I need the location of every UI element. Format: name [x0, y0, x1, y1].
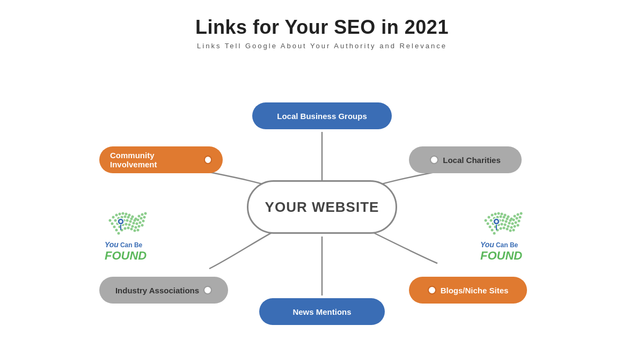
svg-point-96 — [500, 227, 502, 230]
svg-point-16 — [124, 216, 127, 218]
svg-point-62 — [517, 213, 519, 216]
svg-point-37 — [128, 224, 131, 226]
svg-point-91 — [510, 226, 513, 229]
community-involvement-label: Community Involvement — [110, 151, 200, 169]
svg-point-75 — [489, 226, 492, 228]
local-charities-label: Local Charities — [443, 156, 501, 165]
community-involvement-circle — [204, 156, 212, 164]
svg-point-23 — [113, 226, 116, 228]
subtitle: Links Tell Google About Your Authority a… — [195, 42, 449, 50]
logo-left-you: You — [105, 240, 119, 249]
logo-left: You Can Be FOUND — [105, 210, 174, 263]
svg-point-68 — [500, 216, 502, 218]
main-title: Links for Your SEO in 2021 — [195, 16, 449, 39]
svg-point-29 — [133, 222, 135, 225]
svg-point-47 — [134, 230, 136, 232]
svg-point-55 — [494, 213, 497, 216]
svg-point-40 — [138, 225, 141, 228]
svg-point-1 — [112, 216, 115, 219]
svg-point-5 — [125, 213, 128, 216]
node-community-involvement: Community Involvement — [99, 146, 223, 173]
svg-point-69 — [503, 216, 506, 219]
svg-point-90 — [507, 225, 510, 228]
svg-point-71 — [509, 219, 512, 222]
svg-point-52 — [485, 219, 487, 222]
svg-point-41 — [141, 224, 144, 227]
svg-point-32 — [142, 220, 145, 223]
logo-right-can-be: Can Be — [496, 241, 518, 249]
node-blogs-niche-sites: Blogs/Niche Sites — [409, 277, 527, 304]
svg-point-80 — [505, 220, 508, 223]
svg-point-84 — [518, 220, 521, 223]
node-news-mentions: News Mentions — [259, 298, 385, 325]
center-box: YOUR WEBSITE — [247, 180, 397, 234]
logo-left-text: You Can Be FOUND — [105, 240, 147, 263]
logo-left-dots-svg — [105, 210, 153, 239]
svg-point-97 — [503, 227, 506, 230]
svg-point-82 — [511, 223, 514, 225]
svg-point-0 — [109, 219, 112, 222]
svg-point-45 — [127, 227, 130, 230]
svg-point-22 — [143, 216, 146, 219]
svg-point-72 — [513, 219, 515, 221]
svg-point-88 — [501, 223, 503, 226]
svg-point-11 — [144, 212, 147, 215]
center-box-text: YOUR WEBSITE — [265, 199, 379, 216]
svg-point-36 — [125, 223, 128, 226]
svg-point-33 — [115, 229, 118, 232]
logo-right: You Can Be FOUND — [480, 210, 550, 263]
svg-point-13 — [114, 219, 117, 222]
svg-point-39 — [135, 226, 137, 229]
news-mentions-label: News Mentions — [292, 307, 351, 316]
svg-point-28 — [129, 220, 132, 223]
svg-point-79 — [502, 219, 504, 222]
svg-point-70 — [506, 218, 509, 220]
node-industry-associations: Industry Associations — [99, 277, 228, 304]
svg-point-53 — [488, 216, 491, 219]
svg-point-100 — [513, 229, 515, 232]
svg-point-102 — [495, 220, 498, 223]
svg-point-73 — [516, 217, 518, 220]
svg-point-42 — [118, 232, 120, 235]
svg-point-81 — [508, 222, 511, 225]
svg-point-44 — [124, 227, 127, 230]
header: Links for Your SEO in 2021 Links Tell Go… — [195, 16, 449, 50]
svg-point-98 — [506, 228, 509, 231]
node-local-charities: Local Charities — [409, 146, 522, 173]
svg-point-50 — [120, 220, 122, 223]
svg-point-12 — [111, 223, 114, 225]
svg-point-48 — [137, 229, 140, 232]
svg-point-74 — [519, 216, 522, 219]
svg-point-93 — [517, 224, 519, 227]
logo-right-dots-svg — [480, 210, 529, 239]
svg-point-65 — [490, 219, 493, 222]
local-charities-circle-left — [430, 156, 438, 164]
svg-point-10 — [141, 213, 144, 216]
logo-left-can-be: Can Be — [120, 241, 142, 249]
svg-point-46 — [130, 228, 133, 231]
svg-point-18 — [130, 218, 133, 220]
svg-point-63 — [520, 212, 523, 215]
svg-point-89 — [504, 224, 507, 226]
node-local-business-groups: Local Business Groups — [252, 102, 392, 129]
blogs-circle-left — [428, 286, 436, 294]
svg-point-83 — [515, 221, 517, 224]
svg-point-3 — [119, 213, 121, 216]
svg-point-61 — [514, 215, 516, 218]
logo-right-text: You Can Be FOUND — [480, 240, 522, 263]
local-business-groups-label: Local Business Groups — [277, 112, 367, 121]
svg-point-4 — [122, 212, 125, 215]
svg-point-64 — [487, 223, 489, 225]
svg-point-2 — [115, 214, 118, 217]
svg-point-56 — [497, 212, 500, 215]
industry-associations-circle — [203, 286, 212, 294]
svg-point-30 — [136, 223, 138, 225]
logo-right-you: You — [480, 240, 494, 249]
svg-point-31 — [139, 221, 142, 224]
svg-point-19 — [134, 219, 136, 222]
svg-point-85 — [491, 229, 494, 232]
svg-point-9 — [138, 215, 141, 218]
industry-associations-label: Industry Associations — [115, 286, 199, 295]
svg-point-54 — [491, 214, 494, 217]
logo-right-found: FOUND — [480, 249, 522, 263]
